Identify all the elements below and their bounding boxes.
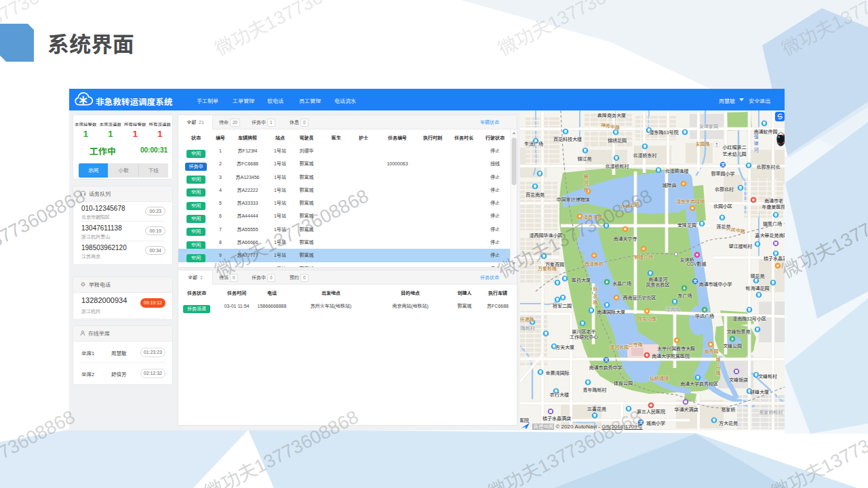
svg-text:文: 文 [721,162,726,167]
svg-text:文: 文 [604,357,609,362]
svg-text:文: 文 [693,279,698,283]
